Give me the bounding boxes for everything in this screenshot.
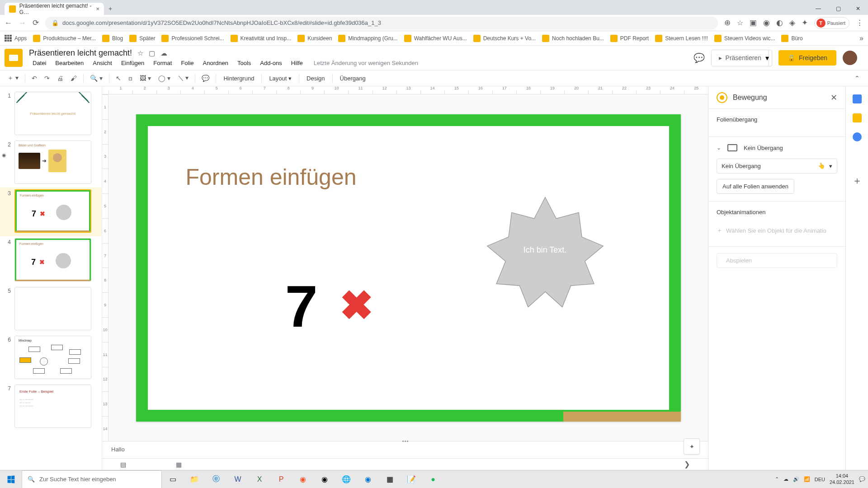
slide-thumbnail-3[interactable]: 3 Formen einfügen7✖: [0, 188, 102, 236]
comment-button[interactable]: 💬: [199, 73, 212, 84]
present-button[interactable]: ▸ Präsentieren: [711, 50, 769, 66]
excel-icon[interactable]: X: [249, 470, 270, 488]
design-button[interactable]: Design: [303, 73, 328, 84]
layout-button[interactable]: Layout ▾: [265, 73, 295, 84]
new-slide-button[interactable]: ＋ ▾: [5, 72, 21, 84]
task-view-button[interactable]: ▭: [162, 470, 184, 488]
calendar-icon[interactable]: [853, 94, 862, 103]
filmstrip-view-button[interactable]: ▤: [120, 461, 126, 468]
account-avatar[interactable]: [843, 51, 857, 65]
slide-thumbnail-2[interactable]: 2 ◉ Bilder und Grafiken➔: [0, 139, 102, 188]
transition-button[interactable]: Übergang: [336, 73, 369, 84]
menu-ansicht[interactable]: Ansicht: [89, 59, 116, 67]
paint-format-button[interactable]: 🖌: [68, 73, 80, 84]
edge-icon[interactable]: ◉: [357, 470, 379, 488]
menu-hilfe[interactable]: Hilfe: [288, 59, 307, 67]
slide-red-x-shape[interactable]: ✖: [340, 282, 373, 329]
textbox-button[interactable]: ⧈: [126, 73, 135, 84]
last-edit-text[interactable]: Letzte Änderung vor wenigen Sekunden: [314, 60, 418, 66]
slide-filmstrip[interactable]: 1 Präsentieren leicht gemacht! 2 ◉ Bilde…: [0, 86, 102, 470]
undo-button[interactable]: ↶: [29, 73, 40, 84]
menu-folie[interactable]: Folie: [177, 59, 197, 67]
bookmark-item[interactable]: Später: [129, 35, 155, 42]
grid-view-button[interactable]: ▦: [176, 461, 182, 468]
ext-icon-1[interactable]: ▣: [750, 18, 757, 28]
bookmarks-overflow-icon[interactable]: »: [859, 34, 863, 42]
zoom-button[interactable]: 🔍 ▾: [87, 73, 105, 84]
reload-button[interactable]: ⟳: [33, 18, 39, 28]
slide-star-text[interactable]: Ich bin Text.: [493, 245, 597, 255]
slide-number-seven[interactable]: 7: [285, 272, 318, 340]
bookmark-item[interactable]: Mindmapping (Gru...: [338, 35, 397, 42]
present-dropdown-button[interactable]: ▾: [763, 50, 772, 66]
bookmark-star-icon[interactable]: ☆: [737, 19, 743, 27]
speaker-notes[interactable]: Hallo ✦: [102, 441, 708, 458]
image-button[interactable]: 🖼 ▾: [137, 73, 154, 84]
vertical-ruler[interactable]: 1234567891011121314: [102, 94, 108, 441]
transition-type-dropdown[interactable]: Kein Übergang ▾ 👆: [717, 159, 837, 174]
notes-resize-handle[interactable]: [400, 441, 410, 442]
zoom-icon[interactable]: ⊕: [724, 18, 731, 28]
back-button[interactable]: ←: [5, 19, 12, 28]
menu-anordnen[interactable]: Anordnen: [199, 59, 232, 67]
bookmark-item[interactable]: Blog: [102, 35, 123, 42]
edge-legacy-icon[interactable]: ⓔ: [205, 470, 227, 488]
add-side-panel-button[interactable]: ＋: [852, 174, 862, 188]
slide-thumbnail-5[interactable]: 5: [0, 285, 102, 334]
line-button[interactable]: ＼ ▾: [175, 72, 192, 84]
menu-einfuegen[interactable]: Einfügen: [118, 59, 148, 67]
menu-tools[interactable]: Tools: [234, 59, 255, 67]
tray-expand-icon[interactable]: ⌃: [775, 476, 779, 482]
start-button[interactable]: [0, 470, 22, 488]
tab-close-icon[interactable]: ×: [96, 5, 99, 12]
bookmark-item[interactable]: Professionell Schrei...: [161, 35, 224, 42]
brave-icon[interactable]: ◉: [292, 470, 314, 488]
slide-thumbnail-7[interactable]: 7 Erste Folie – Beispiel— — — — —— — — —…: [0, 383, 102, 432]
obs-icon[interactable]: ◉: [314, 470, 335, 488]
wifi-icon[interactable]: 📶: [804, 476, 810, 482]
menu-bearbeiten[interactable]: Bearbeiten: [52, 59, 87, 67]
collapse-toolbar-button[interactable]: ⌃: [851, 73, 863, 84]
slide-thumbnail-1[interactable]: 1 Präsentieren leicht gemacht!: [0, 90, 102, 139]
powerpoint-icon[interactable]: P: [270, 470, 292, 488]
bookmark-item[interactable]: Kreativität und Insp...: [231, 35, 292, 42]
taskbar-search[interactable]: 🔍 Zur Suche Text hier eingeben: [22, 470, 162, 488]
bookmark-item[interactable]: Wahlfächer WU Aus...: [404, 35, 467, 42]
notification-icon[interactable]: 💬: [859, 476, 865, 482]
bookmark-item[interactable]: Deutsche Kurs + Vo...: [473, 35, 536, 42]
print-button[interactable]: 🖨: [54, 73, 66, 84]
word-icon[interactable]: W: [227, 470, 249, 488]
spotify-icon[interactable]: ●: [422, 470, 444, 488]
bookmark-item[interactable]: Noch hochladen Bu...: [542, 35, 604, 42]
bookmark-item[interactable]: Produktsuche – Mer...: [33, 35, 96, 42]
redo-button[interactable]: ↷: [42, 73, 52, 84]
bookmark-item[interactable]: PDF Report: [610, 35, 649, 42]
volume-icon[interactable]: 🔊: [793, 476, 799, 482]
explore-button[interactable]: ✦: [684, 438, 700, 455]
ext-icon-2[interactable]: ◉: [763, 18, 770, 28]
slides-logo-icon[interactable]: [5, 49, 23, 67]
taskbar-clock[interactable]: 14:04 24.02.2021: [830, 473, 854, 485]
new-tab-button[interactable]: +: [104, 2, 117, 15]
tasks-icon[interactable]: [853, 132, 862, 141]
window-minimize-button[interactable]: —: [808, 3, 828, 14]
bookmark-item[interactable]: Steuern Lesen !!!!: [655, 35, 708, 42]
horizontal-ruler[interactable]: 1234567891011121314151617181920212223242…: [102, 86, 708, 94]
app-icon[interactable]: ▦: [379, 470, 401, 488]
canvas-wrapper[interactable]: Formen einfügen 7 ✖ Ich bin Text.: [108, 94, 708, 441]
notepad-icon[interactable]: 📝: [401, 470, 422, 488]
close-panel-button[interactable]: ✕: [830, 93, 837, 103]
menu-datei[interactable]: Datei: [29, 59, 50, 67]
shape-button[interactable]: ◯ ▾: [156, 73, 173, 84]
notes-text[interactable]: Hallo: [111, 446, 125, 453]
browser-tab[interactable]: Präsentieren leicht gemacht! - G… ×: [5, 3, 104, 15]
comments-icon[interactable]: 💬: [693, 52, 705, 63]
address-bar[interactable]: 🔒 docs.google.com/presentation/d/1yV372S…: [45, 17, 718, 29]
ext-icon-3[interactable]: ◐: [776, 18, 783, 28]
move-doc-icon[interactable]: ▢: [149, 49, 155, 57]
cloud-saved-icon[interactable]: ☁: [160, 49, 167, 57]
language-indicator[interactable]: DEU: [815, 477, 825, 482]
share-button[interactable]: 🔒 Freigeben: [778, 50, 836, 66]
profile-status-badge[interactable]: T Pausiert: [814, 17, 849, 29]
star-doc-icon[interactable]: ☆: [137, 49, 143, 57]
